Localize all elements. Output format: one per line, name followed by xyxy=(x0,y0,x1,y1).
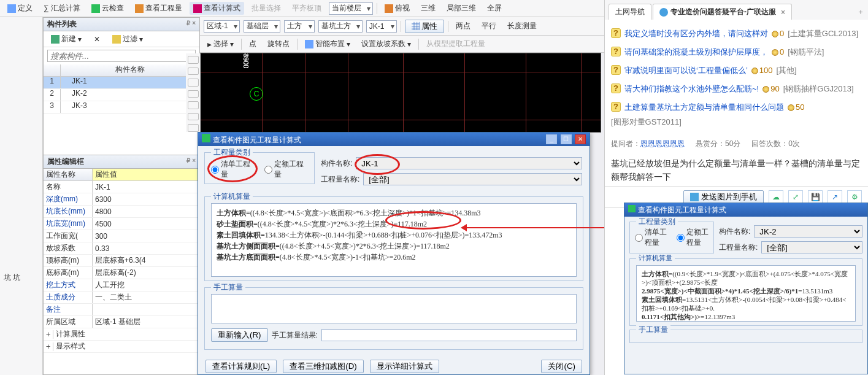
slope-coef-button[interactable]: 设置放坡系数▾ xyxy=(358,37,415,50)
panel-pin-icon[interactable]: ₽ × xyxy=(186,20,196,26)
list-qty-radio[interactable]: 清单工程量 xyxy=(635,227,667,248)
component-dropdown[interactable]: JK-1 xyxy=(366,20,397,33)
zoom-icon[interactable] xyxy=(188,79,199,87)
3d-button[interactable]: 三维 xyxy=(417,2,439,15)
property-row[interactable]: 所属区域区域-1 基础层 xyxy=(44,316,199,328)
search-input[interactable] xyxy=(47,50,196,62)
close-button[interactable]: 关闭(C) xyxy=(541,360,582,373)
quota-qty-radio[interactable]: 定额工程量 xyxy=(677,227,709,248)
qa-item[interactable]: ? 请大神们指教这个水池外壁怎么配筋~! 90 [钢筋抽样GGJ2013] xyxy=(611,80,862,98)
sum-button[interactable]: ∑ 汇总计算 xyxy=(40,2,84,15)
definition-button[interactable]: 定义 xyxy=(4,2,36,15)
close-icon[interactable]: ✕ xyxy=(575,134,586,144)
property-row[interactable]: 挖土方式人工开挖 xyxy=(44,279,199,292)
component-row[interactable]: 2JK-2 xyxy=(44,89,199,101)
share-icon[interactable]: ↗ xyxy=(828,190,842,204)
view-qty-button[interactable]: 查看工程量 xyxy=(131,2,186,15)
fit-icon[interactable] xyxy=(188,90,199,98)
question-icon: ? xyxy=(611,65,621,75)
tab-nav[interactable]: 土网导航 xyxy=(609,4,651,20)
region-dropdown[interactable]: 区域-1 xyxy=(204,20,240,33)
minus-icon[interactable] xyxy=(188,124,199,132)
qa-item[interactable]: ? 请问基础梁的混凝土级别和保护层厚度， 0 [钢筋平法] xyxy=(611,43,862,61)
property-button[interactable]: ▦ 属性 xyxy=(405,20,445,33)
minimize-icon[interactable]: _ xyxy=(546,134,557,144)
align-slab-button[interactable]: 平齐板顶 xyxy=(288,2,325,15)
layers-icon[interactable] xyxy=(188,101,199,109)
calc-textbox[interactable]: 土方体积=((0.9<长度>*1.9<宽度>)<底面积>+(4.075<长度>*… xyxy=(636,265,856,322)
fullscreen-button[interactable]: 全屏 xyxy=(483,2,505,15)
view-formula-button[interactable]: 查看计算式 xyxy=(190,2,244,15)
panel-pin-icon[interactable]: ₽ × xyxy=(186,157,196,164)
save-icon[interactable]: 💾 xyxy=(808,190,823,204)
cloud-check-button[interactable]: 云检查 xyxy=(88,2,128,15)
qty-name-select[interactable]: [全部] xyxy=(761,241,862,253)
calc-textbox[interactable]: 土方体积=((4.8<长度>*4.5<宽度>)<底面积>*6.3<挖土深度>)*… xyxy=(211,203,577,277)
floor-dropdown[interactable]: 基础层 xyxy=(244,20,280,33)
property-row[interactable]: 工作面宽(300 xyxy=(44,230,199,242)
property-row[interactable]: 底标高(m)层底标高(-2) xyxy=(44,267,199,279)
view-rules-button[interactable]: 查看计算规则(L) xyxy=(205,360,277,373)
property-row[interactable]: 顶标高(m)层底标高+6.3(4 xyxy=(44,255,199,267)
show-detail-button[interactable]: 显示详细计算式 xyxy=(370,360,439,373)
component-row[interactable]: 1JK-1 xyxy=(44,77,199,89)
asker-link[interactable]: 恩恩恩恩恩恩 xyxy=(640,139,685,148)
manual-result-input[interactable] xyxy=(321,329,577,341)
view-3d-deduct-button[interactable]: 查看三维扣减图(D) xyxy=(283,360,364,373)
question-meta: 提问者：恩恩恩恩恩恩 悬赏分：50分 回答次数：0次 xyxy=(605,136,868,152)
cloud-icon[interactable]: ☁ xyxy=(769,190,783,204)
select-button[interactable]: ▸ 选择▾ xyxy=(204,37,237,50)
plus-icon[interactable] xyxy=(188,113,199,121)
drawing-canvas[interactable]: 3900 4500 C xyxy=(200,53,601,133)
property-row[interactable]: 备注 xyxy=(44,304,199,316)
dialog-title-text: 查看构件图元工程量计算式 xyxy=(638,206,726,214)
local-3d-button[interactable]: 局部三维 xyxy=(443,2,480,15)
settings-icon[interactable]: ⚙ xyxy=(847,190,862,204)
category-dropdown[interactable]: 土方 xyxy=(284,20,315,33)
measure-button[interactable]: 长度测量 xyxy=(504,20,540,33)
smart-place-button[interactable]: 智能布置▾ xyxy=(301,37,354,50)
qa-item[interactable]: ? 审减说明里面可以说‘工程量偏低么’ 100 [其他] xyxy=(611,61,862,80)
parallel-button[interactable]: 平行 xyxy=(478,20,500,33)
send-to-phone-button[interactable]: 发送图片到手机 xyxy=(683,190,764,204)
dialog-titlebar[interactable]: 查看构件图元工程量计算式 _ ☐ ✕ xyxy=(198,133,590,146)
component-name-select[interactable]: JK-1 xyxy=(356,157,582,169)
expand-icon[interactable]: ⤢ xyxy=(788,190,803,204)
quota-qty-radio[interactable]: 定额工程量 xyxy=(264,159,308,180)
property-row[interactable]: 坑底长(mm)4800 xyxy=(44,206,199,218)
property-row[interactable]: 深度(mm)6300 xyxy=(44,193,199,206)
point-button[interactable]: 点 xyxy=(245,37,260,50)
list-qty-radio[interactable]: 清单工程量 xyxy=(211,159,255,180)
dialog-titlebar[interactable]: 查看构件图元工程量计算式 xyxy=(624,203,867,217)
maximize-icon[interactable]: ☐ xyxy=(561,134,572,144)
component-row[interactable]: 3JK-3 xyxy=(44,101,199,114)
property-row[interactable]: 名称JK-1 xyxy=(44,181,199,193)
tab-close-icon[interactable]: × xyxy=(781,8,785,17)
extract-from-model-button[interactable]: 从模型提取工程量 xyxy=(423,37,489,50)
property-row[interactable]: 坑底宽(mm)4500 xyxy=(44,218,199,230)
manual-textbox[interactable] xyxy=(211,294,577,323)
component-name-select[interactable]: JK-2 xyxy=(754,225,862,238)
batch-select-button[interactable]: 批量选择 xyxy=(248,2,285,15)
filter-button[interactable]: 过滤▾ xyxy=(109,33,147,45)
layer-dropdown[interactable]: 当前楼层 xyxy=(329,2,373,15)
property-row[interactable]: 土质成分一、二类土 xyxy=(44,292,199,304)
two-point-button[interactable]: 两点 xyxy=(452,20,474,33)
delete-button[interactable]: ✕ xyxy=(90,34,104,45)
calc-attr-tree[interactable]: +计算属性 xyxy=(44,328,199,341)
display-style-tree[interactable]: +显示样式 xyxy=(44,341,199,353)
new-tab-icon[interactable]: ＋ xyxy=(857,7,864,20)
top-view-button[interactable]: 俯视 xyxy=(381,2,413,15)
qa-item[interactable]: ? 土建算量基坑土方定额与清单量相同什么问题 50 [图形对量GST2011] xyxy=(611,98,862,131)
question-icon: ? xyxy=(611,102,621,112)
hand-icon[interactable] xyxy=(188,56,199,64)
new-button[interactable]: 新建▾ xyxy=(47,33,85,45)
zoom-window-icon[interactable] xyxy=(188,68,199,75)
tab-qa[interactable]: 专业造价问题答疑平台-广联达服× xyxy=(653,4,792,20)
qty-name-select[interactable]: [全部] xyxy=(363,173,582,185)
qa-item[interactable]: ? 我定义墙时没有区分内外墙，请问这样对 0 [土建算量GCL2013] xyxy=(611,25,862,43)
property-row[interactable]: 放坡系数0.33 xyxy=(44,242,199,255)
subtype-dropdown[interactable]: 基坑土方 xyxy=(318,20,363,33)
reenter-button[interactable]: 重新输入(R) xyxy=(211,328,268,342)
rotate-point-button[interactable]: 旋转点 xyxy=(264,37,293,50)
